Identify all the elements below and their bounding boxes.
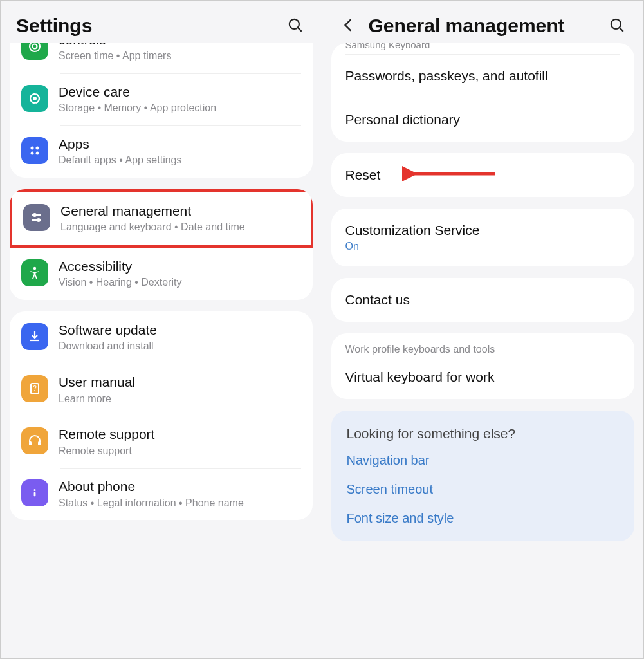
gm-card-contact: Contact us: [331, 278, 635, 322]
search-icon: [609, 17, 625, 35]
svg-point-3: [33, 44, 37, 49]
item-text: General managementLanguage and keyboard …: [60, 203, 299, 234]
svg-line-24: [620, 28, 623, 32]
search-button[interactable]: [284, 15, 306, 37]
settings-item-device-care[interactable]: Device careStorage • Memory • App protec…: [10, 73, 313, 125]
item-text: Software updateDownload and install: [59, 322, 301, 353]
svg-point-21: [33, 489, 35, 491]
settings-header: Settings: [1, 1, 322, 50]
sliders-icon: [23, 204, 50, 231]
gm-list: Samsung Keyboard Passwords, passkeys, an…: [322, 43, 644, 541]
svg-point-15: [33, 267, 36, 270]
settings-card: Software updateDownload and install?User…: [10, 311, 313, 520]
item-text: User manualLearn more: [59, 374, 301, 405]
accessibility-icon: [21, 259, 48, 286]
svg-text:?: ?: [33, 385, 37, 392]
svg-point-0: [289, 19, 299, 28]
item-sublabel: Status • Legal information • Phone name: [59, 497, 301, 510]
suggestion-heading: Looking for something else?: [347, 426, 620, 441]
item-title: Accessibility: [59, 258, 301, 275]
item-text: AccessibilityVision • Hearing • Dexterit…: [59, 258, 301, 290]
svg-point-23: [611, 19, 621, 28]
svg-point-14: [37, 219, 40, 221]
item-text: Remote supportRemote support: [59, 426, 301, 458]
settings-item-controls[interactable]: controlsScreen time • App timers: [10, 43, 313, 73]
search-icon: [287, 17, 304, 35]
settings-item-virtual-keyboard-work[interactable]: Virtual keyboard for work: [331, 362, 635, 399]
svg-point-8: [36, 147, 39, 150]
suggestion-card: Looking for something else? Navigation b…: [331, 411, 635, 541]
settings-list: controlsScreen time • App timersDevice c…: [1, 43, 322, 520]
settings-item-passwords[interactable]: Passwords, passkeys, and autofill: [331, 54, 635, 98]
item-sublabel: Default apps • App settings: [59, 154, 301, 167]
update-icon: [21, 323, 48, 350]
settings-item-accessibility[interactable]: AccessibilityVision • Hearing • Dexterit…: [10, 248, 313, 300]
suggestion-link-screen-timeout[interactable]: Screen timeout: [347, 482, 620, 497]
general-management-pane: General management Samsung Keyboard Pass…: [322, 1, 644, 658]
info-icon: [21, 479, 48, 506]
apps-icon: [21, 137, 48, 164]
item-text: AppsDefault apps • App settings: [59, 136, 301, 167]
search-button[interactable]: [606, 15, 628, 37]
gm-card-customization: Customization Service On: [331, 209, 635, 266]
gm-card-work: Work profile keyboards and tools Virtual…: [331, 333, 635, 399]
gm-card-reset: Reset: [331, 153, 635, 197]
headset-icon: [21, 427, 48, 454]
item-text: About phoneStatus • Legal information • …: [59, 478, 301, 510]
settings-item-software-update[interactable]: Software updateDownload and install: [10, 311, 313, 364]
item-title: User manual: [59, 374, 301, 391]
svg-point-7: [31, 147, 34, 150]
item-title: General management: [60, 203, 299, 219]
settings-card: General managementLanguage and keyboard …: [10, 189, 313, 300]
item-sublabel: Language and keyboard • Date and time: [60, 221, 299, 234]
item-title: Software update: [59, 322, 301, 339]
device-care-icon: [21, 85, 48, 112]
item-status: On: [345, 241, 621, 252]
item-title: Reset: [345, 167, 621, 183]
item-title: Customization Service: [345, 223, 621, 238]
item-sublabel: Storage • Memory • App protection: [59, 102, 301, 115]
page-title: General management: [369, 15, 565, 37]
item-title: controls: [59, 43, 301, 48]
svg-rect-19: [38, 441, 41, 445]
item-sublabel: Learn more: [59, 393, 301, 406]
item-title: Contact us: [345, 292, 621, 308]
suggestion-link-navigation-bar[interactable]: Navigation bar: [347, 453, 620, 468]
section-label-work: Work profile keyboards and tools: [331, 344, 635, 362]
back-button[interactable]: [338, 15, 360, 37]
settings-item-reset[interactable]: Reset: [331, 153, 635, 197]
svg-point-10: [36, 152, 39, 155]
settings-item-apps[interactable]: AppsDefault apps • App settings: [10, 125, 313, 178]
settings-pane: Settings controlsScreen time • App timer…: [1, 1, 322, 658]
settings-item-customization-service[interactable]: Customization Service On: [331, 209, 635, 266]
item-title: Apps: [59, 136, 301, 153]
settings-item-about-phone[interactable]: About phoneStatus • Legal information • …: [10, 468, 313, 520]
settings-card: controlsScreen time • App timersDevice c…: [10, 43, 313, 178]
gm-card-keyboard: Samsung Keyboard Passwords, passkeys, an…: [331, 43, 635, 142]
chevron-left-icon: [340, 17, 357, 35]
wellbeing-icon: [21, 43, 48, 60]
svg-rect-22: [34, 492, 36, 497]
settings-item-remote-support[interactable]: Remote supportRemote support: [10, 416, 313, 468]
suggestion-link-font-size[interactable]: Font size and style: [347, 511, 620, 526]
settings-item-keyboard[interactable]: Samsung Keyboard: [331, 43, 635, 54]
item-text: controlsScreen time • App timers: [59, 43, 301, 63]
item-text: Device careStorage • Memory • App protec…: [59, 84, 301, 115]
item-title: Remote support: [59, 426, 301, 443]
manual-icon: ?: [21, 375, 48, 402]
item-sublabel: Screen time • App timers: [59, 50, 301, 63]
item-title: Device care: [59, 84, 301, 100]
svg-point-12: [33, 214, 36, 216]
item-sublabel: Vision • Hearing • Dexterity: [59, 276, 301, 290]
svg-point-9: [31, 152, 34, 155]
gm-header: General management: [322, 1, 644, 50]
svg-line-1: [298, 28, 302, 32]
item-sublabel: Download and install: [59, 340, 301, 353]
settings-item-personal-dictionary[interactable]: Personal dictionary: [331, 98, 635, 142]
settings-item-general-management[interactable]: General managementLanguage and keyboard …: [10, 189, 313, 248]
item-sublabel: Samsung Keyboard: [345, 43, 621, 50]
settings-item-user-manual[interactable]: ?User manualLearn more: [10, 364, 313, 416]
item-title: Personal dictionary: [345, 112, 621, 127]
settings-item-contact-us[interactable]: Contact us: [331, 278, 635, 322]
item-title: Virtual keyboard for work: [345, 369, 621, 385]
